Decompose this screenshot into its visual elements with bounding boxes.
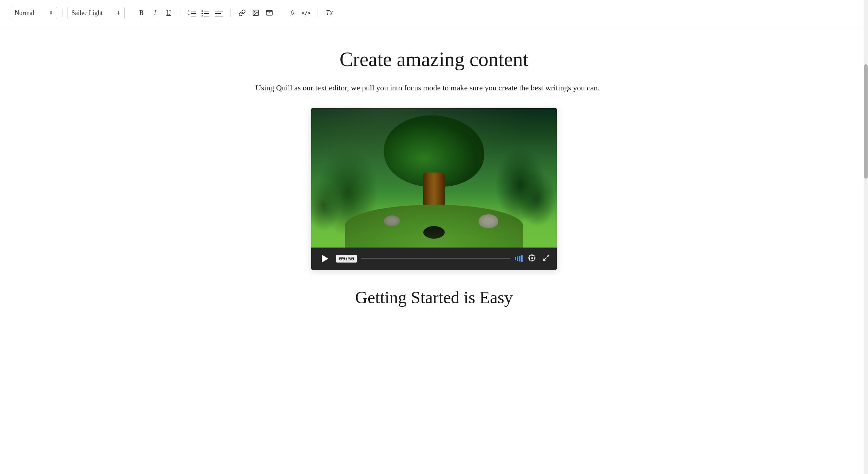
ordered-list-icon: 1. 2. 3. (188, 9, 196, 16)
text-format-group: B I U (135, 6, 175, 19)
fullscreen-icon[interactable] (541, 253, 551, 265)
vol-bar-3 (519, 256, 520, 261)
volume-icon[interactable] (515, 255, 523, 262)
link-icon (238, 9, 246, 16)
paragraph-style-chevron-icon: ⬍ (49, 10, 53, 16)
scrollbar-thumb[interactable] (864, 64, 868, 179)
svg-point-6 (201, 10, 203, 12)
divider-6 (318, 9, 318, 17)
underline-button[interactable]: U (162, 6, 175, 19)
divider-2 (130, 9, 130, 17)
scrollbar-track[interactable] (864, 0, 868, 336)
vol-bar-4 (521, 255, 523, 262)
svg-point-8 (201, 13, 203, 14)
bullet-list-icon (201, 9, 209, 16)
svg-text:1.: 1. (188, 10, 190, 13)
divider-5 (281, 9, 281, 17)
svg-point-10 (201, 15, 203, 16)
align-button[interactable] (213, 6, 225, 19)
svg-point-19 (531, 257, 533, 259)
formula-button[interactable]: fx (286, 6, 299, 19)
video-controls: 09:56 (311, 248, 557, 270)
embed-group (236, 6, 276, 19)
editor-area: Create amazing content Using Quill as ou… (184, 26, 684, 336)
play-button[interactable] (317, 251, 332, 266)
ordered-list-button[interactable]: 1. 2. 3. (185, 6, 198, 19)
align-icon (215, 9, 223, 16)
paragraph-style-label: Normal (15, 9, 34, 17)
formula-code-group: fx </> (286, 6, 313, 19)
section-title: Getting Started is Easy (255, 288, 613, 307)
font-label: Sailec Light (71, 9, 103, 17)
svg-point-16 (254, 11, 255, 12)
list-align-group: 1. 2. 3. (185, 6, 225, 19)
video-scene (311, 108, 557, 248)
grass-overlay (311, 219, 557, 248)
divider-4 (230, 9, 231, 17)
vol-bar-1 (515, 257, 516, 260)
clear-format-button[interactable]: Tx (323, 6, 336, 19)
settings-icon[interactable] (527, 253, 537, 265)
paragraph-style-select[interactable]: Normal ⬍ (11, 7, 57, 19)
font-select[interactable]: Sailec Light ⬍ (68, 7, 125, 19)
italic-button[interactable]: I (149, 6, 161, 19)
content-wrapper: Create amazing content Using Quill as ou… (0, 26, 868, 336)
video-embed-button[interactable] (263, 6, 276, 19)
play-icon (322, 255, 328, 263)
image-icon (252, 9, 260, 16)
bullet-list-button[interactable] (199, 6, 212, 19)
svg-text:3.: 3. (188, 15, 190, 16)
vol-bar-2 (517, 256, 518, 261)
video-player: 09:56 (311, 108, 557, 270)
video-icon (265, 9, 273, 16)
divider-1 (62, 9, 63, 17)
document-body[interactable]: Using Quill as our text editor, we pull … (255, 81, 613, 94)
svg-line-21 (544, 259, 546, 261)
code-button[interactable]: </> (300, 6, 313, 19)
svg-line-20 (547, 255, 549, 257)
video-progress-bar[interactable] (361, 258, 510, 259)
bold-button[interactable]: B (135, 6, 148, 19)
document-title[interactable]: Create amazing content (255, 48, 613, 71)
editor-toolbar: Normal ⬍ Sailec Light ⬍ B I U 1. 2. 3. (0, 0, 868, 26)
image-button[interactable] (249, 6, 262, 19)
link-button[interactable] (236, 6, 249, 19)
font-chevron-icon: ⬍ (116, 10, 121, 16)
divider-3 (180, 9, 180, 17)
video-timestamp: 09:56 (336, 255, 357, 263)
